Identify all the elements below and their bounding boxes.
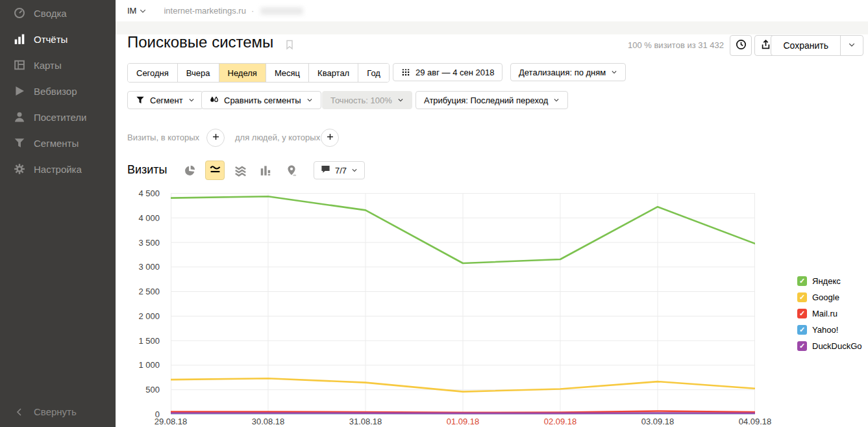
y-axis-label: 500 [145,385,160,395]
maps-icon [14,59,25,71]
help-icon[interactable] [580,94,591,106]
tab-today[interactable]: Сегодня [128,64,177,82]
legend-checkbox[interactable]: ✓ [797,325,807,335]
y-axis: 05001 0001 5002 0002 5003 0003 5004 0004… [122,193,165,415]
compare-segments-dropdown[interactable]: Сравнить сегменты [201,91,321,109]
legend-label: Google [812,292,839,302]
sidebar-item-label: Карты [34,60,62,71]
sidebar-item-reports[interactable]: Отчёты [0,26,116,52]
legend-item[interactable]: ✓Яндекс [797,273,862,289]
sidebar-item-visitors[interactable]: Посетители [0,104,116,130]
period-tabs: СегодняВчераНеделяМесяцКварталГод [127,63,390,83]
detalization-dropdown[interactable]: Детализация: по дням [510,63,626,81]
legend-item[interactable]: ✓Google [797,289,862,305]
main-area: IM internet-marketings.ru · Поисковые си… [116,0,868,427]
add-visit-condition-button[interactable] [206,129,225,147]
sidebar-item-maps[interactable]: Карты [0,52,116,78]
chevron-down-icon [306,97,313,103]
chevron-left-icon [14,407,25,417]
plus-icon [326,132,334,144]
topbar: IM internet-marketings.ru · [127,0,303,21]
pie-chart-icon[interactable] [184,164,196,177]
x-axis-label: 29.08.18 [155,417,188,426]
chart-legend: ✓Яндекс✓Google✓Mail.ru✓Yahoo!✓DuckDuckGo [797,273,862,354]
calendar-icon [401,68,410,77]
sidebar-item-segments[interactable]: Сегменты [0,130,116,156]
project-short-name: IM [127,6,136,16]
sidebar-item-label: Вебвизор [34,86,77,97]
tab-month[interactable]: Месяц [266,64,308,82]
y-axis-label: 3 000 [138,262,160,272]
save-button[interactable]: Сохранить [771,36,840,55]
legend-checkbox[interactable]: ✓ [797,292,807,302]
tab-yesterday[interactable]: Вчера [177,64,219,82]
speech-bubble-icon [321,164,330,176]
y-axis-label: 4 500 [138,188,160,198]
annotations-dropdown[interactable]: 7/7 [314,161,365,179]
bookmark-icon[interactable] [284,40,295,50]
attribution-dropdown[interactable]: Атрибуция: Последний переход [415,91,568,109]
y-axis-label: 3 500 [138,238,160,248]
detalization-label: Детализация: по дням [519,68,606,77]
legend-item[interactable]: ✓DuckDuckGo [797,338,862,354]
add-people-condition-button[interactable] [321,129,339,147]
legend-checkbox[interactable]: ✓ [797,341,807,351]
y-axis-label: 1 500 [138,336,160,346]
chevron-down-icon [611,69,617,75]
counter-domain: internet-marketings.ru [164,6,245,16]
segment-label: Сегмент [150,96,183,105]
legend-item[interactable]: ✓Mail.ru [797,305,862,322]
project-switcher[interactable]: IM [127,6,147,16]
x-axis-label: 03.09.18 [641,417,675,426]
sidebar: СводкаОтчётыКартыВебвизорПосетителиСегме… [0,0,116,427]
legend-checkbox[interactable]: ✓ [797,309,807,318]
line-chart-button-selected[interactable] [205,161,225,180]
settings-icon [14,163,25,175]
collapse-sidebar-button[interactable]: Свернуть [14,406,77,417]
legend-label: Yahoo! [812,325,838,335]
blurred-counter [260,7,303,15]
tab-week[interactable]: Неделя [219,64,266,82]
map-pin-icon[interactable] [286,164,298,177]
legend-checkbox[interactable]: ✓ [797,276,807,286]
line-chart-icon [209,163,221,178]
sidebar-item-settings[interactable]: Настройка [0,156,116,182]
legend-label: Mail.ru [812,309,837,318]
people-condition-label: для людей, у которых [235,133,320,142]
x-axis-label: 01.09.18 [447,417,480,426]
y-axis-label: 1 000 [138,360,160,370]
y-axis-label: 2 500 [138,287,160,296]
tab-year[interactable]: Год [358,64,389,82]
legend-item[interactable]: ✓Yahoo! [797,322,862,338]
save-dropdown-button[interactable] [840,36,863,55]
attribution-label: Атрибуция: Последний переход [424,96,548,105]
stacked-area-icon[interactable] [234,164,247,177]
y-axis-label: 2 000 [138,311,160,321]
date-range-button[interactable]: 29 авг — 4 сен 2018 [393,63,502,81]
chevron-down-icon [848,40,856,51]
chevron-down-icon [188,97,195,103]
funnel-icon [136,96,145,105]
header-divider-strip [116,21,868,34]
columns-chart-icon[interactable] [260,164,272,177]
accuracy-label: Точность: 100% [330,96,392,105]
dot-separator: · [251,6,254,16]
segment-dropdown[interactable]: Сегмент [127,91,203,109]
sidebar-item-label: Сводка [34,8,67,19]
accuracy-dropdown[interactable]: Точность: 100% [322,91,412,109]
x-axis-label: 30.08.18 [252,417,285,426]
history-button[interactable] [730,35,752,56]
visits-line-chart[interactable] [171,193,755,415]
sidebar-item-webvisor[interactable]: Вебвизор [0,78,116,104]
save-split-button: Сохранить [771,35,863,56]
webvisor-icon [14,85,25,97]
clock-icon [736,39,747,53]
x-axis-label: 02.09.18 [544,417,577,426]
sidebar-item-summary[interactable]: Сводка [0,0,116,26]
upload-icon [760,39,771,53]
chart-svg[interactable] [171,193,755,415]
sidebar-item-label: Настройка [34,164,82,175]
chevron-down-icon [351,166,358,175]
tab-quarter[interactable]: Квартал [308,64,358,82]
y-axis-label: 4 000 [138,213,160,223]
